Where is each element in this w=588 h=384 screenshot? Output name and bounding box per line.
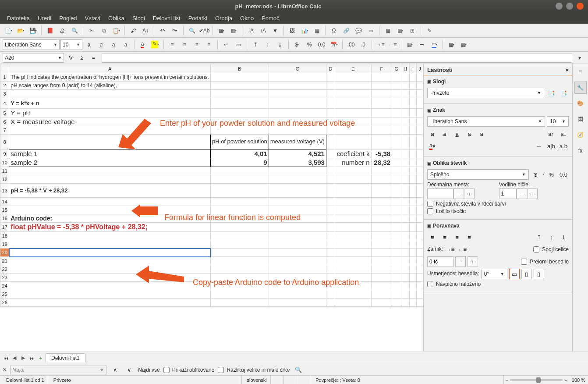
- col-header-D[interactable]: D: [326, 64, 335, 73]
- sheet-tab[interactable]: Delovni list1: [46, 353, 85, 363]
- update-style-button[interactable]: 📑: [558, 88, 569, 98]
- close-button[interactable]: [577, 3, 584, 10]
- col-header-F[interactable]: F: [371, 64, 392, 73]
- menu-okno[interactable]: Okno: [237, 14, 257, 23]
- pivot-button[interactable]: ▦: [311, 25, 322, 36]
- find-button[interactable]: 🔍: [186, 25, 198, 36]
- font-name-combo[interactable]: Liberation Sans▼: [3, 39, 60, 50]
- col-header-G[interactable]: G: [392, 64, 401, 73]
- row-header[interactable]: 6: [0, 117, 9, 126]
- find-formatted-check[interactable]: Prikaži oblikovano: [163, 367, 215, 373]
- merge-button[interactable]: ▭: [233, 39, 244, 50]
- side-superscript[interactable]: a↑: [546, 128, 556, 139]
- new-style-button[interactable]: 📑: [546, 88, 556, 98]
- cell[interactable]: Y = k*x + n: [9, 98, 211, 109]
- al-right[interactable]: ≡: [452, 232, 462, 242]
- side-currency[interactable]: $: [531, 169, 541, 180]
- row-header[interactable]: 17: [0, 223, 9, 232]
- row-button[interactable]: ▦: [216, 25, 227, 36]
- percent-button[interactable]: %: [304, 39, 315, 50]
- print-preview-button[interactable]: 🔍: [69, 25, 80, 36]
- spellcheck-button[interactable]: ✔Ab: [198, 25, 210, 36]
- al-mid[interactable]: ↕: [546, 232, 556, 242]
- row-header[interactable]: 7: [0, 126, 9, 135]
- cell-reference-input[interactable]: A20▼: [3, 53, 64, 63]
- side-bold[interactable]: a: [427, 128, 438, 139]
- styles-tab-icon[interactable]: 🎨: [574, 97, 587, 110]
- align-justify-button[interactable]: ≡: [203, 39, 215, 50]
- navigator-tab-icon[interactable]: 🧭: [574, 129, 587, 141]
- vertical-check[interactable]: Navpično naloženo: [427, 281, 569, 287]
- row-header[interactable]: 4: [0, 98, 9, 109]
- row-header[interactable]: 24: [0, 282, 9, 290]
- cell[interactable]: -5,38: [371, 149, 392, 158]
- side-spacing-dec[interactable]: a|b: [546, 141, 556, 151]
- row-header[interactable]: 22: [0, 265, 9, 274]
- borders-button[interactable]: ▦: [404, 39, 415, 50]
- menu-delovni-list[interactable]: Delovni list: [149, 14, 184, 23]
- wrap-check[interactable]: Prelomi besedilo: [521, 259, 569, 265]
- header-footer-button[interactable]: ▭: [365, 25, 376, 36]
- lead-minus[interactable]: −: [517, 188, 527, 199]
- side-italic[interactable]: a: [439, 128, 450, 139]
- find-matchcase-check[interactable]: Razlikuj velike in male črke: [218, 367, 290, 373]
- sort-asc-button[interactable]: ↓A: [245, 25, 256, 36]
- section-align[interactable]: Poravnava: [427, 221, 569, 230]
- col-header-J[interactable]: J: [416, 64, 423, 73]
- side-spacing[interactable]: ↔: [534, 141, 544, 151]
- menu-slogi[interactable]: Slogi: [129, 14, 149, 23]
- textdir-270[interactable]: ▯: [534, 269, 544, 279]
- indent-input[interactable]: [427, 256, 453, 267]
- tab-first[interactable]: ⏮: [2, 356, 10, 361]
- textdir-90[interactable]: ▯: [521, 269, 532, 279]
- cell[interactable]: X = measured voltage: [9, 117, 211, 126]
- save-button[interactable]: 💾: [27, 25, 39, 36]
- redo-button[interactable]: ↷: [169, 25, 181, 36]
- properties-tab-icon[interactable]: 🔧: [574, 82, 587, 94]
- leading-input[interactable]: [499, 188, 517, 199]
- row-header[interactable]: 8: [0, 135, 9, 149]
- findbar-close-icon[interactable]: ×: [3, 366, 7, 374]
- section-slogi[interactable]: Slogi: [427, 77, 569, 86]
- formula-equals-button[interactable]: =: [89, 55, 98, 61]
- condformat-button[interactable]: ▦: [458, 39, 469, 50]
- cell[interactable]: 3,593: [269, 158, 326, 167]
- row-header[interactable]: 21: [0, 257, 9, 265]
- status-selection[interactable]: [286, 376, 297, 384]
- formula-input[interactable]: [102, 53, 572, 63]
- draw-button[interactable]: ✎: [424, 25, 435, 36]
- function-wizard-button[interactable]: fx: [66, 55, 75, 61]
- row-header[interactable]: 12: [0, 175, 9, 184]
- autofilter-button[interactable]: ▼: [269, 25, 281, 36]
- menu-oblika[interactable]: Oblika: [105, 14, 128, 23]
- neg-red-check[interactable]: Negativna števila v rdeči barvi: [427, 201, 569, 207]
- spreadsheet-area[interactable]: A B C D E F G H I J 1The pH indicates th…: [0, 64, 423, 352]
- special-char-button[interactable]: Ω: [328, 25, 340, 36]
- comment-button[interactable]: 💬: [353, 25, 364, 36]
- inc-indent-button[interactable]: →≡: [375, 39, 386, 50]
- side-font-combo[interactable]: Liberation Sans▼: [427, 116, 545, 127]
- chart-button[interactable]: 📊: [299, 25, 310, 36]
- row-header[interactable]: 18: [0, 232, 9, 240]
- find-next-button[interactable]: ∨: [124, 365, 135, 375]
- row-header[interactable]: 11: [0, 167, 9, 175]
- al-left[interactable]: ≡: [427, 232, 438, 242]
- bold-button[interactable]: a: [83, 39, 95, 50]
- status-insert[interactable]: [273, 376, 284, 384]
- merge-check[interactable]: Spoji celice: [533, 246, 569, 252]
- formula-expand-button[interactable]: ▾: [574, 52, 585, 64]
- border-color-button[interactable]: ▭: [429, 39, 440, 50]
- sidebar-close-icon[interactable]: ×: [565, 67, 569, 73]
- functions-tab-icon[interactable]: fx: [574, 145, 587, 157]
- numformat-combo[interactable]: Splošno▼: [427, 169, 529, 180]
- textdir-combo[interactable]: 0°▼: [481, 269, 507, 279]
- align-left-button[interactable]: ≡: [166, 39, 178, 50]
- status-signature[interactable]: [299, 376, 310, 384]
- al-center[interactable]: ≡: [439, 232, 450, 242]
- section-numformat[interactable]: Oblika številk: [427, 159, 569, 167]
- cell[interactable]: 4,521: [269, 149, 326, 158]
- row-header[interactable]: 19: [0, 240, 9, 249]
- row-header[interactable]: 5: [0, 109, 9, 117]
- row-header[interactable]: 25: [0, 290, 9, 299]
- cell[interactable]: pH scale ranges from 0 (acid) to 14 (alk…: [9, 82, 211, 90]
